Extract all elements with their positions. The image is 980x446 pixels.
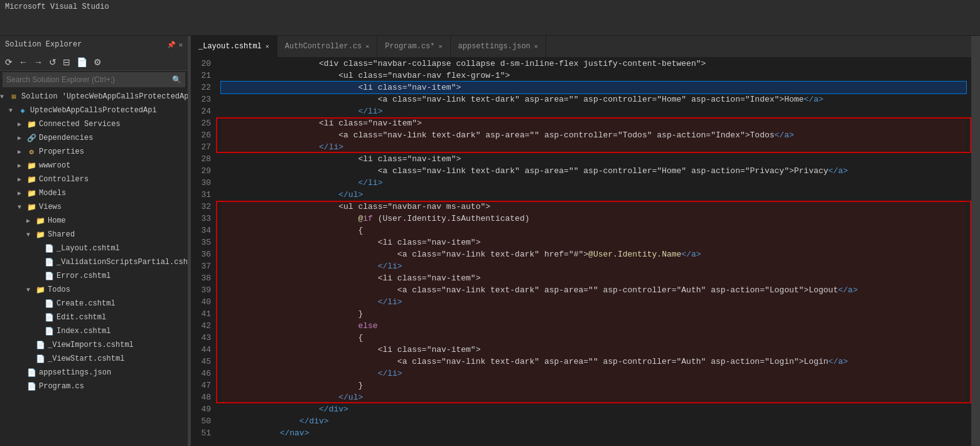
tree-label: Controllers bbox=[39, 175, 89, 184]
tab-close-icon[interactable]: ✕ bbox=[439, 43, 443, 50]
line-number: 21 bbox=[196, 70, 211, 82]
tree-item-create-cshtml[interactable]: 📄 Create.cshtml bbox=[0, 297, 188, 311]
tree-label: UptecWebAppCallsProtectedApi bbox=[30, 106, 157, 115]
line-number: 49 bbox=[196, 403, 211, 415]
tree-icon: 📄 bbox=[44, 271, 54, 281]
code-content[interactable]: 2021222324252627282930313233343536373839… bbox=[191, 58, 971, 446]
tree-label: appsettings.json bbox=[39, 368, 111, 377]
se-sync-button[interactable]: ⟳ bbox=[3, 56, 15, 68]
code-line: <a class="nav-link text-dark" asp-area="… bbox=[221, 165, 966, 177]
line-number: 37 bbox=[196, 260, 211, 272]
tree-arrow: ▶ bbox=[18, 189, 26, 197]
tree-item-layout-cshtml[interactable]: 📄 _Layout.cshtml bbox=[0, 242, 188, 255]
line-numbers: 2021222324252627282930313233343536373839… bbox=[191, 58, 216, 446]
tab-program[interactable]: Program.cs*✕ bbox=[377, 36, 450, 57]
code-line: <ul class="navbar-nav flex-grow-1"> bbox=[221, 70, 966, 82]
tree-item-views-home[interactable]: ▶ 📁 Home bbox=[0, 214, 188, 228]
line-number: 31 bbox=[196, 189, 211, 201]
tree-item-models[interactable]: ▶ 📁 Models bbox=[0, 186, 188, 200]
tab-auth[interactable]: AuthController.cs✕ bbox=[277, 36, 377, 57]
code-lines: <div class="navbar-collapse collapse d-s… bbox=[216, 58, 971, 446]
line-number: 24 bbox=[196, 105, 211, 117]
tree-item-deps[interactable]: ▶ 🔗 Dependencies bbox=[0, 131, 188, 145]
tree-icon: 📁 bbox=[26, 202, 36, 212]
se-back-button[interactable]: ← bbox=[16, 56, 30, 68]
se-refresh-button[interactable]: ↺ bbox=[46, 56, 59, 68]
code-line: </li> bbox=[221, 141, 966, 153]
tree-icon: 📁 bbox=[35, 230, 45, 240]
tree-item-views-shared[interactable]: ▼ 📁 Shared bbox=[0, 228, 188, 242]
line-number: 27 bbox=[196, 141, 211, 153]
tab-layout[interactable]: _Layout.cshtml✕ bbox=[191, 36, 277, 57]
tree-item-project[interactable]: ▼ ◈ UptecWebAppCallsProtectedApi bbox=[0, 104, 188, 117]
se-forward-button[interactable]: → bbox=[31, 56, 45, 68]
code-line: } bbox=[221, 308, 966, 320]
line-number: 26 bbox=[196, 129, 211, 141]
code-line: </div> bbox=[221, 415, 966, 427]
tree-item-views-todos[interactable]: ▼ 📁 Todos bbox=[0, 283, 188, 297]
tree-icon: ⚙ bbox=[26, 147, 36, 157]
tree-label: _ViewImports.cshtml bbox=[48, 341, 134, 349]
se-close-icon[interactable]: ✕ bbox=[178, 41, 183, 49]
line-number: 32 bbox=[196, 201, 211, 213]
code-line: <div class="navbar-collapse collapse d-s… bbox=[221, 58, 966, 70]
tree-item-views[interactable]: ▼ 📁 Views bbox=[0, 200, 188, 214]
tree-item-properties[interactable]: ▶ ⚙ Properties bbox=[0, 145, 188, 159]
tab-label: appsettings.json bbox=[458, 42, 530, 51]
tree-item-program-cs[interactable]: 📄 Program.cs bbox=[0, 380, 188, 393]
tree-item-edit-cshtml[interactable]: 📄 Edit.cshtml bbox=[0, 311, 188, 324]
line-number: 23 bbox=[196, 93, 211, 105]
tree-icon: 📄 bbox=[44, 257, 54, 267]
tree-item-validation-cshtml[interactable]: 📄 _ValidationScriptsPartial.cshtml bbox=[0, 255, 188, 269]
se-search-box[interactable]: 🔍 bbox=[3, 72, 185, 87]
se-collapse-button[interactable]: ⊟ bbox=[60, 56, 73, 68]
tree-item-controllers[interactable]: ▶ 📁 Controllers bbox=[0, 173, 188, 186]
line-number: 43 bbox=[196, 332, 211, 344]
tree-item-wwwroot[interactable]: ▶ 📁 wwwroot bbox=[0, 159, 188, 173]
tree-icon: 📄 bbox=[44, 243, 54, 253]
scrollbar[interactable] bbox=[971, 36, 980, 446]
title-bar-text: Microsoft Visual Studio bbox=[5, 3, 109, 11]
line-number: 42 bbox=[196, 320, 211, 332]
tree-arrow: ▶ bbox=[18, 120, 26, 128]
tree-item-index-cshtml[interactable]: 📄 Index.cshtml bbox=[0, 324, 188, 338]
tab-label: _Layout.cshtml bbox=[198, 42, 262, 51]
code-line: </nav> bbox=[221, 427, 966, 439]
tab-close-icon[interactable]: ✕ bbox=[365, 43, 369, 50]
tree-item-solution[interactable]: ▼ ⊞ Solution 'UptecWebAppCallsProtectedA… bbox=[0, 90, 188, 104]
tree-item-connected[interactable]: ▶ 📁 Connected Services bbox=[0, 117, 188, 131]
tree-arrow: ▶ bbox=[18, 148, 26, 156]
se-pin-icon[interactable]: 📌 bbox=[167, 41, 176, 49]
tab-close-icon[interactable]: ✕ bbox=[534, 43, 538, 50]
line-number: 39 bbox=[196, 284, 211, 296]
line-number: 47 bbox=[196, 380, 211, 391]
line-number: 46 bbox=[196, 368, 211, 380]
tree-item-error-cshtml[interactable]: 📄 Error.cshtml bbox=[0, 269, 188, 283]
tree-item-appsettings-json[interactable]: 📄 appsettings.json bbox=[0, 366, 188, 380]
tree-label: _Layout.cshtml bbox=[57, 244, 120, 253]
se-search-input[interactable] bbox=[6, 75, 172, 84]
tree-icon: ◈ bbox=[18, 105, 28, 115]
tree-icon: 📄 bbox=[26, 368, 36, 378]
tree-label: Index.cshtml bbox=[57, 327, 110, 336]
code-line: <a class="nav-link text-dark" asp-area="… bbox=[221, 93, 966, 105]
tree-item-viewstart[interactable]: 📄 _ViewStart.cshtml bbox=[0, 352, 188, 366]
code-line: <li class="nav-item"> bbox=[221, 236, 966, 248]
line-number: 36 bbox=[196, 248, 211, 260]
tree-arrow: ▼ bbox=[26, 287, 35, 294]
line-number: 44 bbox=[196, 344, 211, 356]
tab-label: AuthController.cs bbox=[285, 42, 362, 51]
tree-icon: ⊞ bbox=[9, 92, 19, 102]
tree-item-viewimports[interactable]: 📄 _ViewImports.cshtml bbox=[0, 338, 188, 352]
se-properties-button[interactable]: ⚙ bbox=[91, 56, 104, 68]
se-show-all-button[interactable]: 📄 bbox=[74, 56, 90, 68]
tab-close-icon[interactable]: ✕ bbox=[266, 43, 269, 50]
tab-appsettings[interactable]: appsettings.json✕ bbox=[451, 36, 546, 57]
tree-label: Dependencies bbox=[39, 134, 93, 142]
tree-icon: 📁 bbox=[35, 285, 45, 295]
code-line: </li> bbox=[221, 260, 966, 272]
code-line: <li class="nav-item"> bbox=[221, 344, 966, 356]
tree-arrow: ▶ bbox=[18, 134, 26, 142]
code-line: @if (User.Identity.IsAuthenticated) bbox=[221, 213, 966, 225]
tree-label: Models bbox=[39, 189, 66, 198]
